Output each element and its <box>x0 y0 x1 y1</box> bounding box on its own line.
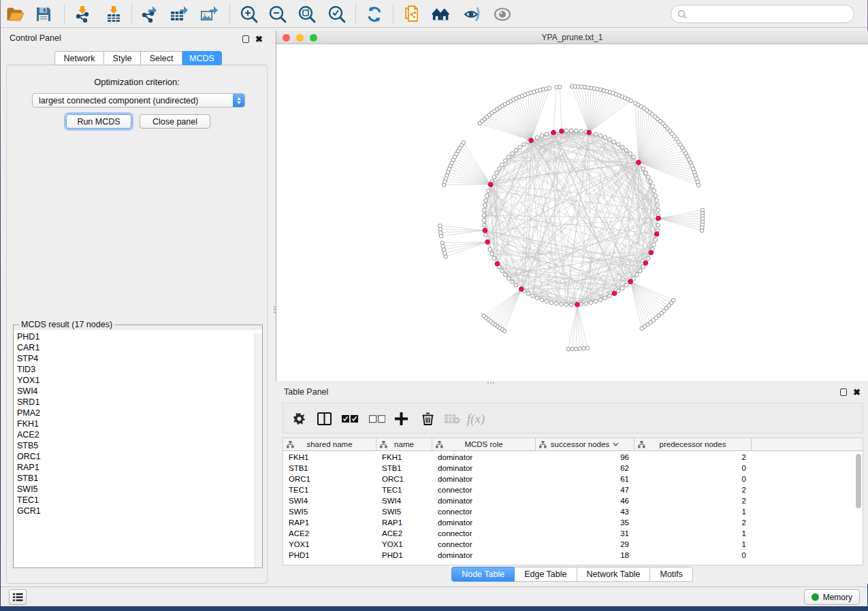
table-row[interactable]: ORC1ORC1dominator610 <box>283 474 863 484</box>
save-session-icon[interactable] <box>33 5 54 24</box>
table-row[interactable]: SWI5SWI5connector431 <box>283 506 863 517</box>
graph-node[interactable] <box>594 132 598 136</box>
graph-node[interactable] <box>654 194 658 198</box>
mcds-result-item[interactable]: SWI5 <box>14 484 262 495</box>
graph-node-dominator[interactable] <box>495 262 500 267</box>
graph-node-dominator[interactable] <box>587 130 592 135</box>
graph-node[interactable] <box>654 238 658 242</box>
graph-node[interactable] <box>656 208 660 212</box>
graph-node[interactable] <box>518 146 522 150</box>
graph-node[interactable] <box>564 303 568 307</box>
graph-node-dominator[interactable] <box>529 138 534 143</box>
graph-node[interactable] <box>628 152 632 156</box>
network-canvas[interactable] <box>276 44 868 381</box>
select-all-icon[interactable] <box>342 403 358 434</box>
zoom-out-icon[interactable] <box>268 5 288 24</box>
graph-node-dominator[interactable] <box>628 280 633 284</box>
graph-node[interactable] <box>646 257 650 261</box>
column-header-name[interactable]: name <box>376 438 432 450</box>
graph-node[interactable] <box>483 203 487 208</box>
close-panel-button[interactable]: Close panel <box>140 114 210 129</box>
tab-select[interactable]: Select <box>141 51 182 65</box>
graph-node[interactable] <box>696 184 701 188</box>
table-row[interactable]: PHD1PHD1dominator180 <box>283 550 863 561</box>
graph-node[interactable] <box>554 301 558 306</box>
graph-node[interactable] <box>438 224 443 228</box>
graph-node[interactable] <box>483 223 487 227</box>
graph-node[interactable] <box>616 289 620 293</box>
graph-node[interactable] <box>589 301 593 305</box>
graph-node[interactable] <box>652 243 656 247</box>
graph-node[interactable] <box>649 180 653 184</box>
graph-node[interactable] <box>504 159 508 163</box>
graph-node[interactable] <box>511 152 515 156</box>
mcds-result-item[interactable]: STB5 <box>14 440 262 451</box>
graph-node[interactable] <box>569 129 573 133</box>
graph-node[interactable] <box>608 294 612 298</box>
graph-node[interactable] <box>547 86 551 90</box>
graph-node[interactable] <box>646 176 650 180</box>
graph-node[interactable] <box>507 155 511 159</box>
graph-node[interactable] <box>656 203 660 208</box>
table-row[interactable]: ACE2ACE2connector311 <box>283 528 863 539</box>
mcds-result-item[interactable]: SRD1 <box>14 397 262 408</box>
zoom-in-icon[interactable] <box>239 5 259 24</box>
mcds-list-scrollbar[interactable] <box>255 333 262 567</box>
graph-node[interactable] <box>535 296 539 300</box>
tab-motifs[interactable]: Motifs <box>650 567 692 582</box>
graph-node-dominator[interactable] <box>575 302 580 307</box>
graph-node[interactable] <box>484 233 488 237</box>
graph-node[interactable] <box>579 129 583 133</box>
mcds-result-item[interactable]: FKH1 <box>14 418 262 429</box>
mcds-result-item[interactable]: YOX1 <box>14 375 262 386</box>
graph-node[interactable] <box>620 146 624 150</box>
graph-node[interactable] <box>492 176 496 180</box>
mcds-result-item[interactable]: STB1 <box>14 473 262 484</box>
graph-node[interactable] <box>540 134 544 138</box>
refresh-layout-icon[interactable] <box>364 5 385 24</box>
graph-node[interactable] <box>639 269 643 273</box>
run-mcds-button[interactable]: Run MCDS <box>66 114 131 129</box>
mcds-result-item[interactable]: TEC1 <box>14 495 262 506</box>
show-columns-icon[interactable] <box>317 403 332 434</box>
graph-node[interactable] <box>500 269 504 273</box>
graph-node[interactable] <box>582 346 586 350</box>
graph-node[interactable] <box>641 265 645 269</box>
table-float-panel-icon[interactable] <box>840 389 847 396</box>
tab-edge-table[interactable]: Edge Table <box>515 567 577 582</box>
graph-node[interactable] <box>603 296 607 300</box>
table-row[interactable]: TEC1TEC1connector472 <box>283 484 863 495</box>
graph-node-dominator[interactable] <box>612 291 617 296</box>
graph-node[interactable] <box>564 129 568 133</box>
table-row[interactable]: SWI4SWI4dominator462 <box>283 495 863 506</box>
mcds-result-item[interactable]: STP4 <box>14 353 262 364</box>
graph-node[interactable] <box>495 171 499 175</box>
table-close-panel-icon[interactable]: ✖ <box>853 389 861 396</box>
export-table-icon[interactable] <box>169 5 189 24</box>
graph-node[interactable] <box>490 252 494 256</box>
optimization-dropdown[interactable]: largest connected component (undirected) <box>32 93 245 108</box>
zoom-fit-icon[interactable] <box>297 5 317 24</box>
graph-node-dominator[interactable] <box>488 182 493 187</box>
graph-node[interactable] <box>616 143 620 147</box>
import-network-icon[interactable] <box>72 5 93 24</box>
memory-button[interactable]: Memory <box>804 589 860 605</box>
graph-node[interactable] <box>578 347 582 351</box>
graph-node[interactable] <box>482 314 486 318</box>
tab-mcds[interactable]: MCDS <box>182 51 222 65</box>
mcds-result-item[interactable]: GCR1 <box>14 506 262 516</box>
graph-node[interactable] <box>498 167 502 171</box>
graph-node[interactable] <box>560 302 564 306</box>
graph-node[interactable] <box>487 189 491 193</box>
graph-node[interactable] <box>608 137 612 142</box>
graph-node[interactable] <box>603 135 607 139</box>
graph-node-dominator[interactable] <box>643 261 648 265</box>
graph-node[interactable] <box>549 301 553 305</box>
graph-node-dominator[interactable] <box>483 228 487 233</box>
graph-node-dominator[interactable] <box>656 216 661 221</box>
graph-node[interactable] <box>652 189 656 193</box>
graph-node[interactable] <box>440 241 445 245</box>
network-titlebar[interactable]: YPA_prune.txt_1 <box>276 31 868 44</box>
task-history-button[interactable] <box>9 589 27 605</box>
graph-node[interactable] <box>485 194 489 198</box>
